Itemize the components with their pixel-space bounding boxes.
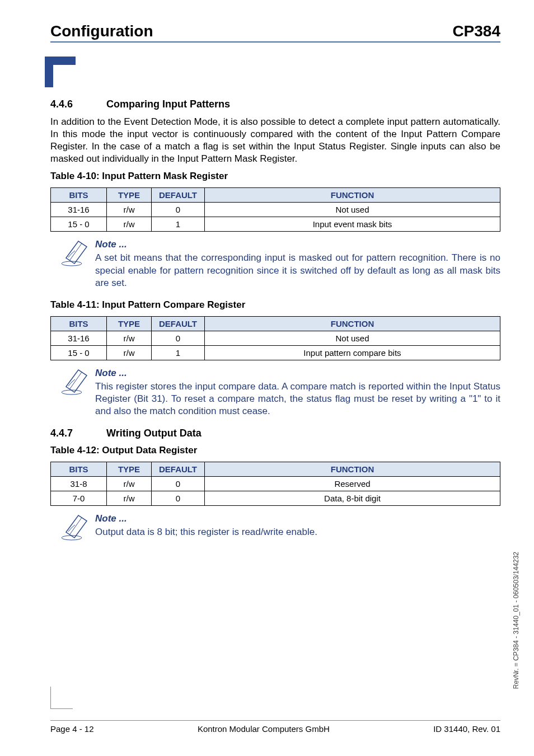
section-heading-4-4-6: 4.4.6 Comparing Input Patterns — [50, 98, 500, 110]
table-4-10: BITS TYPE DEFAULT FUNCTION 31-16 r/w 0 N… — [50, 187, 500, 232]
col-function: FUNCTION — [205, 188, 500, 203]
footer-docid: ID 31440, Rev. 01 — [433, 724, 500, 734]
col-function: FUNCTION — [205, 462, 500, 477]
section-number: 4.4.6 — [50, 98, 106, 110]
col-default: DEFAULT — [152, 462, 205, 477]
table-row: 15 - 0 r/w 1 Input event mask bits — [51, 217, 500, 232]
table-row: 15 - 0 r/w 1 Input pattern compare bits — [51, 345, 500, 360]
note-title: Note ... — [95, 513, 500, 525]
table-4-12: BITS TYPE DEFAULT FUNCTION 31-8 r/w 0 Re… — [50, 462, 500, 506]
col-type: TYPE — [107, 316, 152, 331]
table-header-row: BITS TYPE DEFAULT FUNCTION — [51, 316, 500, 331]
col-bits: BITS — [51, 316, 107, 331]
chapter-title: Configuration — [50, 22, 153, 40]
col-type: TYPE — [107, 462, 152, 477]
note-block: Note ... A set bit means that the corres… — [62, 238, 500, 289]
product-code: CP384 — [452, 22, 500, 40]
col-default: DEFAULT — [152, 188, 205, 203]
table-4-11: BITS TYPE DEFAULT FUNCTION 31-16 r/w 0 N… — [50, 316, 500, 360]
note-text: Output data is 8 bit; this register is r… — [95, 526, 500, 538]
section-number: 4.4.7 — [50, 428, 106, 439]
note-icon — [62, 513, 95, 543]
page-corner-mark — [50, 687, 73, 711]
note-title: Note ... — [95, 238, 500, 251]
note-text: A set bit means that the corresponding i… — [95, 252, 500, 289]
revision-sidebar: RevNr. = CP384 - 31440_01 - 060503/14423… — [512, 552, 520, 689]
section-title: Writing Output Data — [106, 428, 202, 439]
section-heading-4-4-7: 4.4.7 Writing Output Data — [50, 428, 500, 439]
footer-page: Page 4 - 12 — [50, 724, 94, 734]
col-type: TYPE — [107, 188, 152, 203]
note-icon — [62, 238, 95, 289]
note-body: Note ... This register stores the input … — [95, 367, 500, 417]
table-caption-4-12: Table 4-12: Output Data Register — [50, 445, 500, 456]
note-icon — [62, 367, 95, 417]
col-bits: BITS — [51, 462, 107, 477]
note-text: This register stores the input compare d… — [95, 381, 500, 417]
col-default: DEFAULT — [152, 316, 205, 331]
table-row: 31-8 r/w 0 Reserved — [51, 477, 500, 491]
section-title: Comparing Input Patterns — [106, 98, 230, 110]
section-paragraph: In addition to the Event Detection Mode,… — [50, 116, 500, 165]
table-header-row: BITS TYPE DEFAULT FUNCTION — [51, 462, 500, 477]
footer-company: Kontron Modular Computers GmbH — [198, 724, 330, 734]
note-block: Note ... This register stores the input … — [62, 367, 500, 417]
page-footer: Page 4 - 12 Kontron Modular Computers Gm… — [50, 720, 500, 734]
table-row: 7-0 r/w 0 Data, 8-bit digit — [51, 491, 500, 506]
page-header: Configuration CP384 — [50, 22, 500, 43]
note-body: Note ... A set bit means that the corres… — [95, 238, 500, 289]
note-title: Note ... — [95, 367, 500, 379]
brand-logo — [45, 57, 500, 87]
table-caption-4-11: Table 4-11: Input Pattern Compare Regist… — [50, 299, 500, 311]
table-header-row: BITS TYPE DEFAULT FUNCTION — [51, 188, 500, 203]
note-body: Note ... Output data is 8 bit; this regi… — [95, 513, 500, 543]
col-bits: BITS — [51, 188, 107, 203]
table-caption-4-10: Table 4-10: Input Pattern Mask Register — [50, 171, 500, 182]
col-function: FUNCTION — [205, 316, 500, 331]
note-block: Note ... Output data is 8 bit; this regi… — [62, 513, 500, 543]
table-row: 31-16 r/w 0 Not used — [51, 203, 500, 217]
svg-rect-1 — [45, 57, 53, 87]
table-row: 31-16 r/w 0 Not used — [51, 331, 500, 345]
